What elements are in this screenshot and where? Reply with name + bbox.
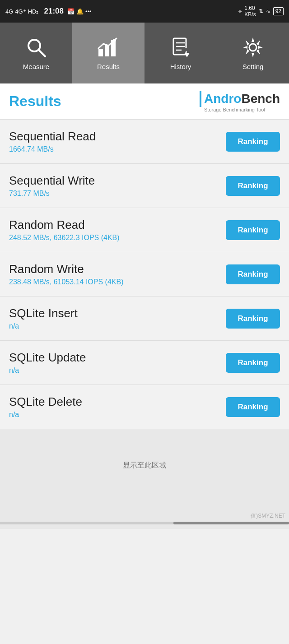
result-value-sequential-write: 731.77 MB/s: [9, 190, 95, 198]
search-icon: [24, 36, 48, 59]
status-bar: 4G 4G⁺ HD₂ 21:08 📅 🔔 ••• ⎈ 1.60KB/s ⇅ ∿ …: [0, 0, 289, 23]
ranking-btn-random-write[interactable]: Ranking: [226, 264, 280, 284]
brand-sub: Storage Benchmarking Tool: [204, 107, 265, 112]
result-value-sqlite-update: n/a: [9, 366, 86, 375]
ranking-btn-sequential-read[interactable]: Ranking: [226, 132, 280, 152]
result-value-sqlite-insert: n/a: [9, 322, 78, 330]
wifi-icon: ∿: [266, 8, 270, 14]
result-row-sqlite-update: SQLite Update n/a Ranking: [0, 341, 289, 385]
result-row-random-read: Random Read 248.52 MB/s, 63622.3 IOPS (4…: [0, 208, 289, 252]
result-row-sequential-write: Sequential Write 731.77 MB/s Ranking: [0, 164, 289, 208]
results-list: Sequential Read 1664.74 MB/s Ranking Seq…: [0, 120, 289, 429]
ranking-btn-sqlite-update[interactable]: Ranking: [226, 353, 280, 373]
speed-indicator: 1.60KB/s: [244, 5, 256, 18]
brand-logo-bar: AndroBench: [200, 91, 280, 107]
ranking-btn-sqlite-insert[interactable]: Ranking: [226, 309, 280, 329]
result-row-sqlite-delete: SQLite Delete n/a Ranking: [0, 385, 289, 429]
notification-icon: 🔔: [76, 8, 84, 15]
result-info-random-read: Random Read 248.52 MB/s, 63622.3 IOPS (4…: [9, 218, 120, 242]
tab-measure[interactable]: Measure: [0, 23, 72, 83]
result-row-sequential-read: Sequential Read 1664.74 MB/s Ranking: [0, 120, 289, 164]
status-right: ⎈ 1.60KB/s ⇅ ∿ 92: [238, 5, 284, 18]
result-name-random-write: Random Write: [9, 262, 123, 276]
footer-caption: 显示至此区域: [0, 447, 289, 484]
tab-measure-label: Measure: [23, 63, 49, 70]
document-icon: [169, 36, 192, 59]
result-value-sequential-read: 1664.74 MB/s: [9, 145, 96, 153]
signal-arrows: ⇅: [259, 8, 263, 14]
result-value-random-write: 238.48 MB/s, 61053.14 IOPS (4KB): [9, 278, 123, 286]
ranking-btn-sqlite-delete[interactable]: Ranking: [226, 397, 280, 417]
calendar-icon: 📅: [67, 8, 75, 15]
brand-logo: AndroBench Storage Benchmarking Tool: [200, 91, 280, 112]
svg-marker-11: [184, 48, 190, 53]
tab-history-label: History: [170, 63, 191, 70]
gear-icon: [241, 36, 265, 59]
ranking-btn-random-read[interactable]: Ranking: [226, 220, 280, 240]
time-display: 21:08: [44, 7, 63, 16]
result-info-sqlite-delete: SQLite Delete n/a: [9, 395, 82, 419]
result-value-random-read: 248.52 MB/s, 63622.3 IOPS (4KB): [9, 234, 120, 242]
scrollbar-thumb[interactable]: [173, 522, 289, 524]
nav-tabs: Measure Results History Setting: [0, 23, 289, 83]
scrollbar[interactable]: [0, 522, 289, 524]
results-header: Results AndroBench Storage Benchmarking …: [0, 83, 289, 120]
result-name-sequential-read: Sequential Read: [9, 130, 96, 144]
svg-point-12: [249, 44, 256, 51]
tab-setting[interactable]: Setting: [217, 23, 289, 83]
result-name-sqlite-insert: SQLite Insert: [9, 306, 78, 320]
signal-4g-plus: 4G⁺: [15, 8, 26, 15]
tab-history[interactable]: History: [144, 23, 217, 83]
signal-4g: 4G: [5, 8, 13, 15]
ranking-btn-sequential-write[interactable]: Ranking: [226, 176, 280, 196]
result-info-sqlite-insert: SQLite Insert n/a: [9, 306, 78, 330]
tab-results-label: Results: [97, 63, 120, 70]
battery-indicator: 92: [273, 7, 284, 15]
page-title: Results: [9, 93, 61, 110]
watermark-text: 值)SMYZ.NET: [251, 512, 285, 520]
brand-bar-accent: [200, 91, 201, 107]
result-row-random-write: Random Write 238.48 MB/s, 61053.14 IOPS …: [0, 252, 289, 297]
result-row-sqlite-insert: SQLite Insert n/a Ranking: [0, 297, 289, 341]
tab-setting-label: Setting: [242, 63, 264, 70]
result-info-sequential-read: Sequential Read 1664.74 MB/s: [9, 130, 96, 153]
chart-icon: [97, 36, 120, 59]
svg-line-1: [39, 50, 45, 56]
more-icon: •••: [85, 8, 92, 15]
result-info-sqlite-update: SQLite Update n/a: [9, 351, 86, 375]
svg-rect-3: [105, 45, 109, 56]
result-name-random-read: Random Read: [9, 218, 120, 232]
result-info-random-write: Random Write 238.48 MB/s, 61053.14 IOPS …: [9, 262, 123, 286]
result-name-sqlite-update: SQLite Update: [9, 351, 86, 365]
hd2-indicator: HD₂: [28, 8, 39, 15]
result-name-sequential-write: Sequential Write: [9, 174, 95, 188]
tab-results[interactable]: Results: [72, 23, 144, 83]
result-value-sqlite-delete: n/a: [9, 411, 82, 419]
status-left: 4G 4G⁺ HD₂ 21:08 📅 🔔 •••: [5, 7, 92, 16]
result-name-sqlite-delete: SQLite Delete: [9, 395, 82, 409]
footer-area: 显示至此区域: [0, 429, 289, 510]
bluetooth-icon: ⎈: [238, 8, 242, 14]
svg-rect-2: [98, 49, 103, 56]
result-info-sequential-write: Sequential Write 731.77 MB/s: [9, 174, 95, 198]
brand-name: AndroBench: [204, 92, 280, 106]
